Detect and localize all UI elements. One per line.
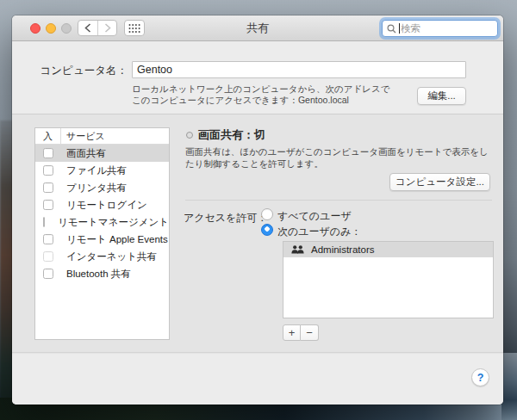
computer-name-description: ローカルネットワーク上のコンピュータから、次のアドレスでこのコンピュータにアクセ… [132, 83, 390, 106]
computer-settings-button[interactable]: コンピュータ設定... [389, 173, 490, 191]
service-label: ファイル共有 [66, 164, 127, 177]
service-description: 画面共有は、ほかのユーザがこのコンピュータ画面をリモートで表示をしたり制御するこ… [185, 146, 492, 170]
footer-section-bg [12, 354, 503, 405]
computer-name-label: コンピュータ名： [12, 64, 128, 78]
radio-only-these-users[interactable] [261, 224, 273, 236]
radio-only-these-users-label: 次のユーザのみ： [277, 225, 361, 239]
radio-all-users[interactable] [261, 208, 273, 220]
service-label: Bluetooth 共有 [66, 268, 131, 281]
service-label: リモートマネージメント [58, 216, 169, 229]
column-header-service: サービス [61, 130, 105, 143]
service-label: プリンタ共有 [66, 182, 127, 195]
service-checkbox[interactable] [43, 217, 45, 227]
service-row-bluetooth-sharing[interactable]: Bluetooth 共有 [35, 265, 169, 282]
services-list-header: 入 サービス [35, 128, 169, 145]
chevron-right-icon [104, 23, 111, 33]
close-button[interactable] [30, 23, 40, 34]
help-button[interactable]: ? [471, 368, 489, 386]
divider [185, 200, 492, 201]
window-title: 共有 [159, 15, 357, 41]
grid-icon [128, 24, 140, 33]
service-row-remote-management[interactable]: リモートマネージメント [35, 213, 169, 231]
service-row-remote-apple-events[interactable]: リモート Apple Events [35, 231, 169, 248]
service-label: リモート Apple Events [66, 233, 168, 246]
add-user-button[interactable]: + [283, 324, 301, 341]
service-checkbox[interactable] [43, 251, 53, 262]
service-checkbox[interactable] [43, 234, 53, 244]
service-row-remote-login[interactable]: リモートログイン [35, 196, 169, 213]
status-title: 画面共有：切 [198, 127, 265, 143]
edit-button[interactable]: 編集... [417, 87, 466, 105]
service-checkbox[interactable] [43, 165, 53, 176]
service-label: インターネット共有 [66, 250, 157, 263]
computer-name-input[interactable] [132, 61, 466, 78]
wallpaper-snow-peak [501, 353, 517, 420]
desktop: 共有 コンピュータ名： ローカルネットワーク上のコンピュータから、次のアドレスで… [0, 0, 517, 420]
forward-button-disabled [97, 21, 116, 35]
column-header-on: 入 [35, 128, 61, 144]
zoom-button-disabled [61, 23, 72, 34]
group-icon [291, 245, 304, 254]
minimize-button[interactable] [46, 23, 56, 34]
user-name: Administrators [311, 244, 375, 255]
nav-back-forward [78, 20, 117, 36]
text-caret [399, 23, 400, 34]
service-checkbox[interactable] [43, 148, 53, 158]
add-remove-controls: + − [283, 324, 319, 341]
allow-access-label: アクセスを許可： [184, 211, 267, 225]
services-list[interactable]: 入 サービス 画面共有 ファイル共有 プリンタ共有 リモートログイン リモ [34, 127, 170, 340]
status-indicator-icon [186, 132, 193, 139]
user-row-administrators[interactable]: Administrators [283, 242, 493, 257]
allowed-users-list[interactable]: Administrators [283, 241, 494, 318]
service-row-screen-sharing[interactable]: 画面共有 [35, 145, 169, 162]
chevron-left-icon [84, 23, 91, 33]
back-button[interactable] [78, 21, 97, 35]
show-all-button[interactable] [124, 20, 145, 36]
service-label: 画面共有 [66, 147, 106, 160]
service-row-printer-sharing[interactable]: プリンタ共有 [35, 179, 169, 196]
service-row-file-sharing[interactable]: ファイル共有 [35, 162, 169, 179]
service-checkbox[interactable] [43, 182, 53, 193]
radio-all-users-label: すべてのユーザ [277, 209, 352, 224]
remove-user-button[interactable]: − [301, 324, 319, 341]
search-field[interactable] [382, 20, 498, 37]
service-row-internet-sharing[interactable]: インターネット共有 [35, 248, 169, 265]
service-checkbox[interactable] [43, 200, 53, 210]
traffic-lights [30, 23, 72, 34]
service-checkbox[interactable] [43, 269, 53, 279]
titlebar[interactable]: 共有 [12, 15, 503, 41]
sharing-preferences-window: 共有 コンピュータ名： ローカルネットワーク上のコンピュータから、次のアドレスで… [12, 15, 503, 405]
service-label: リモートログイン [66, 199, 147, 212]
search-icon [387, 24, 396, 34]
search-input[interactable] [401, 23, 493, 34]
